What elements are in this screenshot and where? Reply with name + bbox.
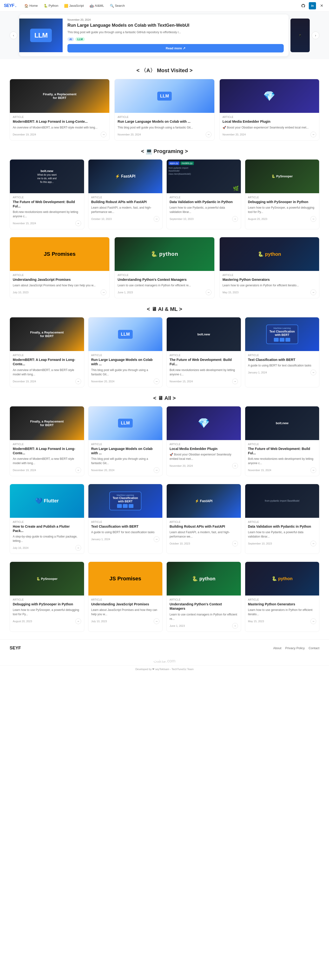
list-item[interactable]: ⚡ FastAPI Article Building Robust APIs w… — [166, 484, 241, 554]
card-arrow-button[interactable]: → — [206, 290, 211, 295]
card-desc: A guide to using BERT for text classific… — [91, 530, 160, 535]
card-footer: October 10, 2023 → — [169, 541, 238, 546]
list-item[interactable]: 💎 Article Local Media Embedder Plugin 🚀 … — [166, 406, 241, 476]
card-arrow-button[interactable]: → — [154, 216, 160, 222]
card-type: Article — [91, 521, 160, 523]
nav-search[interactable]: 🔍 Search — [107, 2, 127, 9]
card-arrow-button[interactable]: → — [232, 463, 238, 469]
footer-dev-credit: Developed by ❤ seyTekIsam - TechTuneGz T… — [0, 665, 329, 675]
card-arrow-button[interactable]: → — [232, 541, 238, 546]
site-logo[interactable]: SEYF. — [4, 3, 16, 8]
card-arrow-button[interactable]: → — [154, 618, 160, 624]
card-arrow-button[interactable]: → — [232, 216, 238, 222]
list-item[interactable]: 🐍 python Article Understanding Python's … — [166, 562, 241, 632]
list-item[interactable]: 🐍 python Article Mastering Python Genera… — [245, 562, 319, 632]
card-arrow-button[interactable]: → — [310, 132, 316, 137]
nav-javascript[interactable]: 🟨 JavaScript — [62, 2, 86, 9]
card-arrow-button[interactable]: → — [75, 545, 81, 551]
card-desc: This blog post will guide you through us… — [118, 126, 211, 130]
card-arrow-button[interactable]: → — [154, 379, 160, 384]
card-type: Article — [248, 598, 316, 601]
list-item[interactable]: Machine Learning Text Classificationwith… — [245, 317, 319, 387]
footer-privacy-link[interactable]: Privacy Policy — [285, 646, 305, 650]
card-arrow-button[interactable]: → — [154, 467, 160, 473]
most-visited-header: < 〈A〉 Most Visited > — [0, 67, 329, 74]
card-image: ⚡ FastAPI — [167, 484, 241, 518]
card-arrow-button[interactable]: → — [232, 623, 238, 629]
card-arrow-button[interactable]: → — [310, 290, 316, 295]
list-item[interactable]: Finally, a Replacementfor BERT Article M… — [10, 79, 110, 140]
hero-desc: This blog post will guide you through us… — [67, 30, 284, 34]
card-arrow-button[interactable]: → — [310, 541, 316, 546]
nav-aiml[interactable]: 🤖 AI&ML — [87, 2, 107, 9]
card-body: Article Debugging with PySnooper in Pyth… — [245, 193, 319, 225]
card-arrow-button[interactable]: → — [75, 220, 81, 226]
card-arrow-button[interactable]: → — [232, 379, 238, 384]
list-item[interactable]: LLM Article Run Large Language Models on… — [88, 317, 163, 387]
hero-prev-button[interactable]: ‹ — [10, 32, 18, 39]
card-title: Run Large Language Models on Colab with … — [118, 119, 211, 124]
card-arrow-button[interactable]: → — [101, 132, 107, 137]
list-item[interactable]: 🐍 python Article Understanding Python's … — [114, 237, 214, 298]
card-arrow-button[interactable]: → — [310, 618, 316, 624]
aiml-grid: Finally, a Replacementfor BERT Article M… — [0, 317, 329, 387]
js-icon: 🟨 — [64, 4, 68, 8]
list-item[interactable]: JS Promises Article Understanding JavaSc… — [88, 562, 163, 632]
card-arrow-button[interactable]: → — [310, 467, 316, 473]
list-item[interactable]: 💙 Flutter Article How to Create and Publ… — [10, 484, 84, 554]
list-item[interactable]: Finally, a Replacementfor BERT Article M… — [10, 317, 84, 387]
hero-title: Run Large Language Models on Colab with … — [67, 22, 284, 28]
card-type: Article — [169, 598, 238, 601]
github-button[interactable] — [300, 2, 307, 10]
search-icon: 🔍 — [110, 4, 114, 8]
card-footer: December 19, 2024 → — [13, 132, 107, 137]
list-item[interactable]: Finally, a Replacementfor BERT Article M… — [10, 406, 84, 476]
hero-read-more-button[interactable]: Read more ↗ — [67, 44, 284, 52]
list-item[interactable]: 🐍 python Article Mastering Python Genera… — [219, 237, 319, 298]
card-arrow-button[interactable]: → — [154, 536, 160, 542]
card-image: bolt.new — [245, 406, 319, 440]
list-item[interactable]: bolt.new Article The Future of Web Devel… — [166, 317, 241, 387]
footer-about-link[interactable]: About — [273, 646, 281, 650]
card-arrow-button[interactable]: → — [75, 618, 81, 624]
nav-home[interactable]: 🏠 Home — [22, 2, 40, 9]
footer-contact-link[interactable]: Contact — [308, 646, 319, 650]
card-desc: Learn how to use Pydantic, a powerful da… — [248, 530, 316, 539]
list-item[interactable]: ⚡ FastAPI Article Building Robust APIs w… — [88, 159, 163, 229]
linkedin-button[interactable]: in — [309, 2, 316, 10]
list-item[interactable]: JS Promises Article Understanding JavaSc… — [10, 237, 110, 298]
card-date: December 19, 2024 — [13, 133, 36, 136]
list-item[interactable]: bolt.new Article The Future of Web Devel… — [245, 406, 319, 476]
list-item[interactable]: LLM Article Run Large Language Models on… — [88, 406, 163, 476]
card-arrow-button[interactable]: → — [310, 216, 316, 222]
card-desc: Learn how to use generators in Python fo… — [248, 608, 316, 616]
nav-python[interactable]: 🐍 Python — [41, 2, 61, 9]
hero-next-button[interactable]: › — [311, 32, 319, 39]
card-arrow-button[interactable]: → — [75, 379, 81, 384]
list-item[interactable]: from pydantic import BaseModel Article D… — [245, 484, 319, 554]
nav-right: in ✕ — [300, 2, 325, 10]
list-item[interactable]: 🐍 PySnooper Article Debugging with PySno… — [10, 562, 84, 632]
list-item[interactable]: 💎 Article Local Media Embedder Plugin 🚀 … — [219, 79, 319, 140]
close-button[interactable]: ✕ — [318, 2, 325, 10]
card-arrow-button[interactable]: → — [206, 132, 211, 137]
card-arrow-button[interactable]: → — [310, 369, 316, 375]
card-date: August 20, 2023 — [248, 218, 267, 220]
card-body: Article Understanding Python's Context M… — [115, 271, 214, 298]
card-title: Mastering Python Generators — [248, 602, 316, 606]
list-item[interactable]: Machine Learning Text Classificationwith… — [88, 484, 163, 554]
card-image: LLM — [115, 79, 214, 113]
card-title: Data Validation with Pydantic in Python — [248, 524, 316, 529]
card-arrow-button[interactable]: → — [75, 467, 81, 473]
list-item[interactable]: LLM Article Run Large Language Models on… — [114, 79, 214, 140]
list-item[interactable]: apps.py models.py from pydantic importBa… — [166, 159, 241, 229]
list-item[interactable]: bolt.newWhat do you wantme to do, edit a… — [10, 159, 84, 229]
list-item[interactable]: 🐍 PySnooper Article Debugging with PySno… — [245, 159, 319, 229]
card-desc: Learn to use context managers in Python … — [169, 612, 238, 621]
card-body: Article Understanding JavaScript Promise… — [10, 271, 109, 298]
card-desc: Learn to use context managers in Python … — [118, 283, 211, 288]
card-arrow-button[interactable]: → — [101, 290, 107, 295]
card-date: November 15, 2024 — [248, 469, 272, 472]
card-footer: July 10, 2023 → — [91, 618, 160, 624]
card-date: May 15, 2023 — [222, 291, 239, 294]
